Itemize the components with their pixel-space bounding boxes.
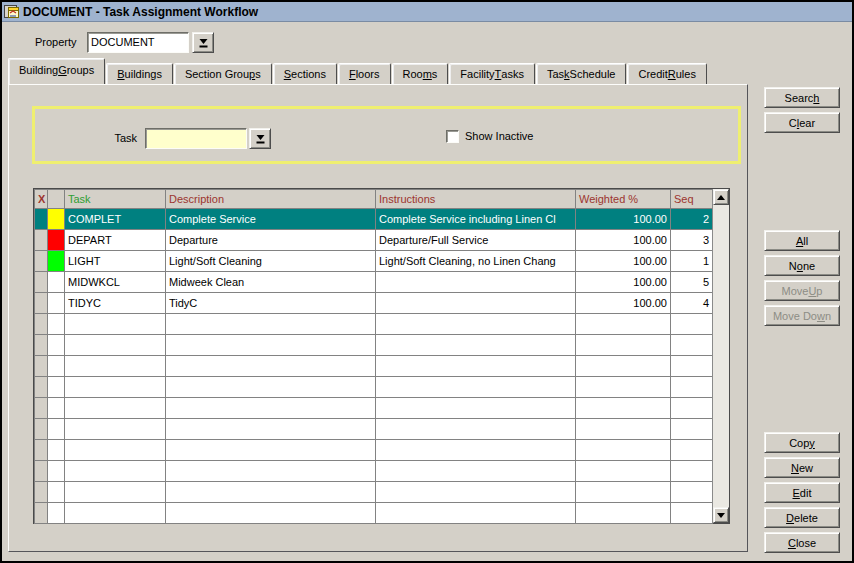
row-select-cell — [35, 209, 48, 230]
cell-weighted — [576, 461, 671, 482]
table-row[interactable] — [35, 314, 713, 335]
delete-button[interactable]: Delete — [764, 507, 840, 528]
table-row[interactable] — [35, 482, 713, 503]
row-select-cell — [35, 293, 48, 314]
table-row[interactable] — [35, 503, 713, 524]
move-up-button[interactable]: Move Up — [764, 280, 840, 301]
tab-credit-rules[interactable]: Credit Rules — [627, 63, 706, 84]
row-select-cell — [35, 230, 48, 251]
cell-seq: 1 — [671, 251, 713, 272]
table-row[interactable] — [35, 335, 713, 356]
edit-button[interactable]: Edit — [764, 482, 840, 503]
none-button[interactable]: None — [764, 255, 840, 276]
header-instructions[interactable]: Instructions — [376, 190, 576, 209]
cell-description — [166, 419, 376, 440]
cell-task — [65, 440, 166, 461]
cell-description: Departure — [166, 230, 376, 251]
cell-weighted — [576, 440, 671, 461]
task-color-swatch — [48, 335, 65, 356]
cell-seq — [671, 461, 713, 482]
cell-weighted — [576, 314, 671, 335]
table-body: COMPLETComplete ServiceComplete Service … — [35, 209, 713, 524]
table-row[interactable] — [35, 377, 713, 398]
clear-button[interactable]: Clear — [764, 112, 840, 133]
move-down-button[interactable]: Move Down — [764, 305, 840, 326]
table-vertical-scrollbar[interactable] — [712, 189, 729, 523]
cell-weighted: 100.00 — [576, 293, 671, 314]
cell-weighted — [576, 503, 671, 524]
all-button[interactable]: All — [764, 230, 840, 251]
table-row[interactable]: LIGHTLight/Soft CleaningLight/Soft Clean… — [35, 251, 713, 272]
table-row[interactable]: TIDYCTidyC100.004 — [35, 293, 713, 314]
task-filter-input[interactable] — [145, 128, 247, 149]
property-input[interactable]: DOCUMENT — [87, 32, 189, 53]
cell-instructions — [376, 482, 576, 503]
cell-description — [166, 461, 376, 482]
cell-weighted: 100.00 — [576, 251, 671, 272]
task-color-swatch — [48, 356, 65, 377]
row-select-cell — [35, 503, 48, 524]
table-row[interactable]: DEPARTDepartureDeparture/Full Service100… — [35, 230, 713, 251]
table-row[interactable] — [35, 419, 713, 440]
show-inactive-checkbox[interactable] — [446, 130, 459, 143]
scroll-down-button[interactable] — [713, 507, 729, 523]
header-x[interactable]: X — [35, 190, 48, 209]
cell-seq — [671, 356, 713, 377]
selection-button-group: All None Move Up Move Down — [764, 230, 840, 326]
cell-instructions — [376, 314, 576, 335]
table-row[interactable] — [35, 440, 713, 461]
header-description[interactable]: Description — [166, 190, 376, 209]
cell-instructions — [376, 461, 576, 482]
property-lov-button[interactable] — [192, 32, 214, 53]
table-row[interactable] — [35, 356, 713, 377]
table-row[interactable]: COMPLETComplete ServiceComplete Service … — [35, 209, 713, 230]
cell-seq — [671, 314, 713, 335]
cell-instructions: Departure/Full Service — [376, 230, 576, 251]
tab-facility-tasks[interactable]: Facility Tasks — [449, 63, 535, 84]
cell-instructions: Light/Soft Cleaning, no Linen Chang — [376, 251, 576, 272]
tab-section-groups[interactable]: Section Groups — [174, 63, 272, 84]
tab-sections[interactable]: Sections — [273, 63, 337, 84]
search-button[interactable]: Search — [764, 87, 840, 108]
tab-panel-building-groups: Task Show Inactive X T — [8, 84, 748, 552]
cell-seq — [671, 419, 713, 440]
window-title: DOCUMENT - Task Assignment Workflow — [23, 5, 258, 19]
tab-task-schedule[interactable]: Task Schedule — [536, 63, 627, 84]
cell-weighted — [576, 377, 671, 398]
close-button[interactable]: Close — [764, 532, 840, 553]
header-color[interactable] — [48, 190, 65, 209]
tab-floors[interactable]: Floors — [338, 63, 391, 84]
cell-task — [65, 314, 166, 335]
tab-rooms[interactable]: Rooms — [392, 63, 449, 84]
task-lov-button[interactable] — [249, 128, 271, 149]
header-weighted[interactable]: Weighted % — [576, 190, 671, 209]
task-color-swatch — [48, 377, 65, 398]
header-task[interactable]: Task — [65, 190, 166, 209]
table-row[interactable] — [35, 461, 713, 482]
tab-buildings[interactable]: Buildings — [106, 63, 173, 84]
task-color-swatch — [48, 440, 65, 461]
task-table: X Task Description Instructions Weighted… — [33, 188, 730, 524]
cell-weighted: 100.00 — [576, 209, 671, 230]
table-row[interactable]: MIDWKCLMidweek Clean100.005 — [35, 272, 713, 293]
cell-description — [166, 314, 376, 335]
scroll-up-button[interactable] — [713, 189, 729, 205]
cell-instructions — [376, 503, 576, 524]
cell-task — [65, 419, 166, 440]
row-select-cell — [35, 272, 48, 293]
table-row[interactable] — [35, 398, 713, 419]
cell-description — [166, 482, 376, 503]
cell-seq — [671, 398, 713, 419]
lov-arrow-icon — [255, 133, 266, 145]
cell-task: TIDYC — [65, 293, 166, 314]
window-titlebar[interactable]: DOCUMENT - Task Assignment Workflow — [2, 2, 852, 22]
tab-building-groups[interactable]: Building Groups — [8, 58, 105, 84]
cell-weighted: 100.00 — [576, 272, 671, 293]
header-seq[interactable]: Seq — [671, 190, 713, 209]
cell-task — [65, 335, 166, 356]
new-button[interactable]: New — [764, 457, 840, 478]
cell-weighted — [576, 356, 671, 377]
task-color-swatch — [48, 209, 65, 230]
cell-seq: 5 — [671, 272, 713, 293]
copy-button[interactable]: Copy — [764, 432, 840, 453]
